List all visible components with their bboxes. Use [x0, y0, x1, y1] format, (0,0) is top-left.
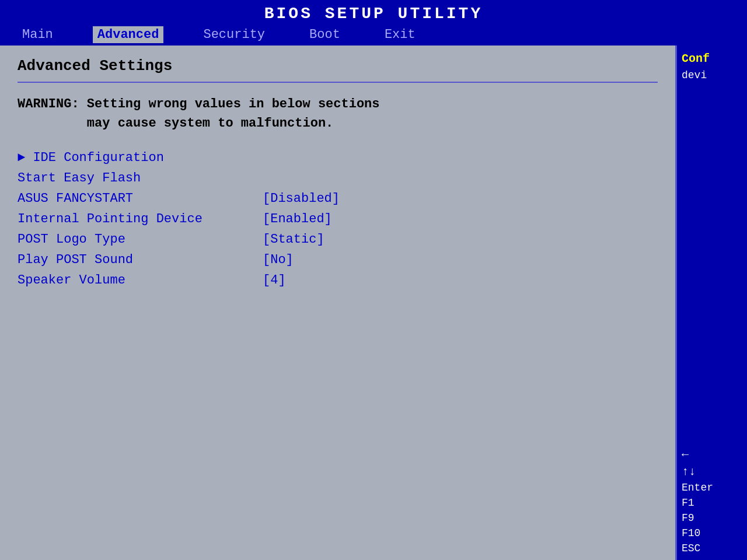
menu-item-speaker-volume[interactable]: Speaker Volume [4]: [18, 273, 658, 288]
bios-screen: BIOS SETUP UTILITY Main Advanced Securit…: [0, 0, 747, 560]
speaker-volume-value: [4]: [263, 273, 286, 288]
menu-item-easy-flash[interactable]: Start Easy Flash: [18, 171, 658, 186]
fancystart-label: ASUS FANCYSTART: [18, 191, 263, 206]
post-logo-label: POST Logo Type: [18, 232, 263, 247]
key-esc: ESC: [682, 542, 742, 554]
menu-item-ide-config[interactable]: ► IDE Configuration: [18, 150, 658, 165]
key-help: ← ↑↓ Enter F1 F9 F10 ESC: [682, 448, 742, 554]
center-panel: Advanced Settings WARNING: Setting wrong…: [0, 46, 677, 560]
f9-label: F9: [682, 512, 694, 524]
speaker-volume-label: Speaker Volume: [18, 273, 263, 288]
key-f9: F9: [682, 512, 742, 524]
play-post-sound-value: [No]: [263, 253, 294, 267]
nav-tabs: Main Advanced Security Boot Exit: [0, 26, 747, 43]
menu-item-fancystart[interactable]: ASUS FANCYSTART [Disabled]: [18, 191, 658, 206]
key-arrow: ←: [682, 448, 742, 461]
esc-label: ESC: [682, 542, 700, 554]
divider: [18, 82, 658, 83]
key-f1: F1: [682, 497, 742, 509]
enter-label: Enter: [682, 482, 713, 494]
internal-pointing-value: [Enabled]: [263, 212, 332, 226]
f1-label: F1: [682, 497, 694, 509]
post-logo-value: [Static]: [263, 232, 324, 247]
tab-advanced[interactable]: Advanced: [93, 26, 164, 43]
key-updown: ↑↓: [682, 465, 742, 478]
sidebar-desc: devi: [682, 69, 742, 82]
tab-security[interactable]: Security: [198, 26, 270, 43]
f10-label: F10: [682, 527, 700, 539]
right-panel: Conf devi ← ↑↓ Enter F1 F9: [677, 46, 747, 560]
warning-text: WARNING: Setting wrong values in below s…: [18, 94, 658, 133]
menu-item-internal-pointing[interactable]: Internal Pointing Device [Enabled]: [18, 212, 658, 226]
menu-item-play-post-sound[interactable]: Play POST Sound [No]: [18, 253, 658, 267]
tab-main[interactable]: Main: [18, 26, 58, 43]
section-title: Advanced Settings: [18, 57, 658, 75]
tab-exit[interactable]: Exit: [380, 26, 420, 43]
fancystart-value: [Disabled]: [263, 191, 340, 206]
ide-config-label: ► IDE Configuration: [18, 150, 263, 165]
easy-flash-label: Start Easy Flash: [18, 171, 263, 186]
key-f10: F10: [682, 527, 742, 539]
menu-items: ► IDE Configuration Start Easy Flash ASU…: [18, 150, 658, 288]
key-enter: Enter: [682, 482, 742, 494]
sidebar-title: Conf: [682, 51, 742, 66]
menu-bar: BIOS SETUP UTILITY Main Advanced Securit…: [0, 0, 747, 46]
main-content: Advanced Settings WARNING: Setting wrong…: [0, 46, 747, 560]
bios-title: BIOS SETUP UTILITY: [0, 5, 747, 23]
internal-pointing-label: Internal Pointing Device: [18, 212, 263, 226]
updown-icon: ↑↓: [682, 465, 696, 478]
arrow-left-icon: ←: [682, 448, 689, 461]
tab-boot[interactable]: Boot: [305, 26, 345, 43]
menu-item-post-logo[interactable]: POST Logo Type [Static]: [18, 232, 658, 247]
play-post-sound-label: Play POST Sound: [18, 253, 263, 267]
